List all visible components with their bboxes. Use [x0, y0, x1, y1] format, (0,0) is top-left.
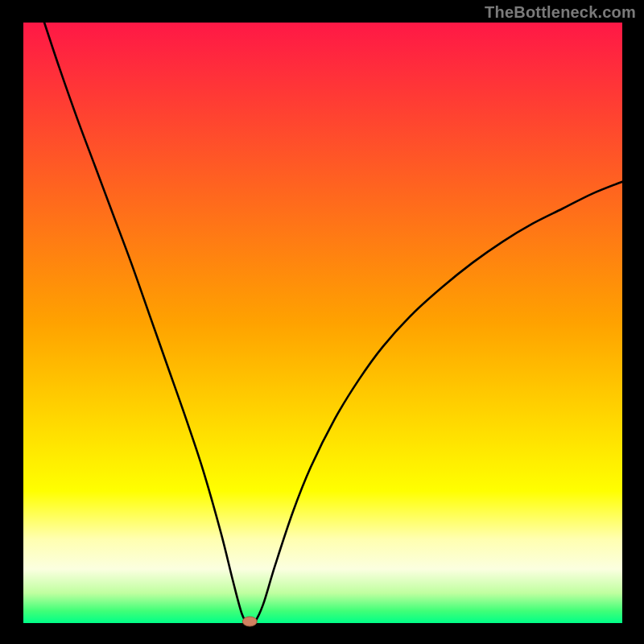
chart-plot-bg — [23, 23, 622, 623]
bottleneck-marker — [242, 617, 257, 626]
chart-frame: TheBottleneck.com — [0, 0, 644, 644]
bottleneck-chart — [0, 0, 644, 644]
watermark-text: TheBottleneck.com — [485, 3, 636, 22]
